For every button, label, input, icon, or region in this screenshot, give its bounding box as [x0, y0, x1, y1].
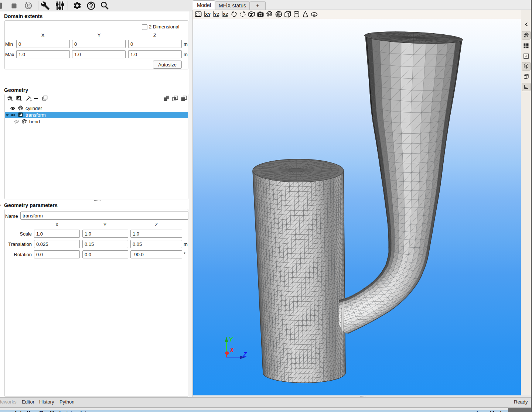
svg-text:X: X — [229, 347, 234, 353]
svg-text:Y: Y — [229, 336, 233, 343]
svg-text:Z: Z — [243, 351, 247, 358]
svg-text:XY: XY — [205, 12, 211, 17]
svg-text:XZ: XZ — [223, 12, 228, 17]
svg-text:YZ: YZ — [214, 12, 219, 17]
